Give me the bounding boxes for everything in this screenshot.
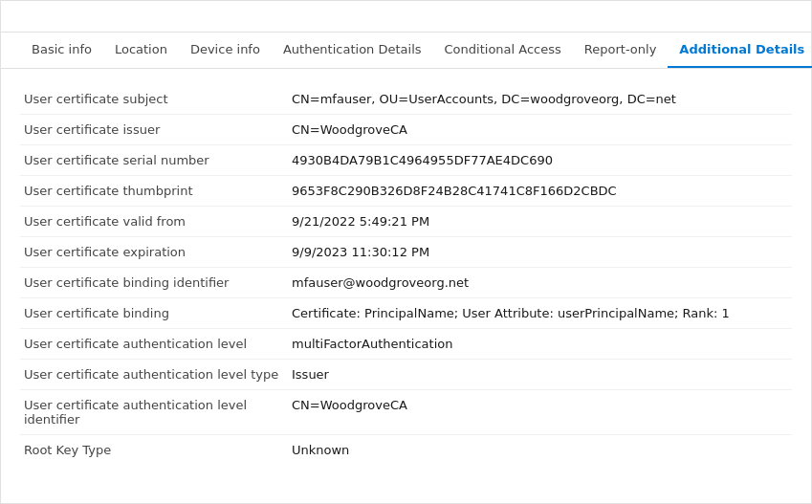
row-label: User certificate serial number bbox=[20, 145, 288, 176]
row-value: 9/9/2023 11:30:12 PM bbox=[288, 237, 792, 268]
row-value: CN=WoodgroveCA bbox=[288, 390, 792, 435]
close-button[interactable] bbox=[780, 16, 792, 20]
row-value: Issuer bbox=[288, 360, 792, 390]
tabs-bar: Basic infoLocationDevice infoAuthenticat… bbox=[1, 33, 811, 69]
activity-details-dialog: Basic infoLocationDevice infoAuthenticat… bbox=[0, 0, 812, 504]
tab-location[interactable]: Location bbox=[103, 33, 179, 68]
row-label: Root Key Type bbox=[20, 435, 288, 466]
table-row: User certificate subjectCN=mfauser, OU=U… bbox=[20, 84, 792, 115]
dialog-header bbox=[1, 1, 811, 33]
tab-conditional-access[interactable]: Conditional Access bbox=[433, 33, 573, 68]
table-row: User certificate expiration9/9/2023 11:3… bbox=[20, 237, 792, 268]
row-value: mfauser@woodgroveorg.net bbox=[288, 268, 792, 298]
row-value: multiFactorAuthentication bbox=[288, 329, 792, 360]
table-row: Root Key TypeUnknown bbox=[20, 435, 792, 466]
row-value: CN=WoodgroveCA bbox=[288, 115, 792, 145]
row-value: 9/21/2022 5:49:21 PM bbox=[288, 207, 792, 237]
row-label: User certificate subject bbox=[20, 84, 288, 115]
table-row: User certificate binding identifiermfaus… bbox=[20, 268, 792, 298]
table-row: User certificate authentication levelmul… bbox=[20, 329, 792, 360]
tab-additional-details[interactable]: Additional Details bbox=[668, 33, 812, 68]
row-value: CN=mfauser, OU=UserAccounts, DC=woodgrov… bbox=[288, 84, 792, 115]
table-row: User certificate authentication level id… bbox=[20, 390, 792, 435]
content-area: User certificate subjectCN=mfauser, OU=U… bbox=[1, 69, 811, 503]
row-label: User certificate binding bbox=[20, 298, 288, 329]
table-row: User certificate issuerCN=WoodgroveCA bbox=[20, 115, 792, 145]
details-table: User certificate subjectCN=mfauser, OU=U… bbox=[20, 84, 792, 465]
table-row: User certificate valid from9/21/2022 5:4… bbox=[20, 207, 792, 237]
row-label: User certificate authentication level bbox=[20, 329, 288, 360]
row-label: User certificate issuer bbox=[20, 115, 288, 145]
row-label: User certificate authentication level id… bbox=[20, 390, 288, 435]
row-value: Unknown bbox=[288, 435, 792, 466]
table-row: User certificate thumbprint9653F8C290B32… bbox=[20, 176, 792, 207]
row-label: User certificate authentication level ty… bbox=[20, 360, 288, 390]
row-value: 9653F8C290B326D8F24B28C41741C8F166D2CBDC bbox=[288, 176, 792, 207]
row-label: User certificate binding identifier bbox=[20, 268, 288, 298]
tab-basic-info[interactable]: Basic info bbox=[20, 33, 103, 68]
row-value: 4930B4DA79B1C4964955DF77AE4DC690 bbox=[288, 145, 792, 176]
row-label: User certificate expiration bbox=[20, 237, 288, 268]
tab-device-info[interactable]: Device info bbox=[179, 33, 272, 68]
table-row: User certificate bindingCertificate: Pri… bbox=[20, 298, 792, 329]
table-row: User certificate authentication level ty… bbox=[20, 360, 792, 390]
table-row: User certificate serial number4930B4DA79… bbox=[20, 145, 792, 176]
tab-report-only[interactable]: Report-only bbox=[573, 33, 669, 68]
row-value: Certificate: PrincipalName; User Attribu… bbox=[288, 298, 792, 329]
row-label: User certificate valid from bbox=[20, 207, 288, 237]
tab-authentication-details[interactable]: Authentication Details bbox=[272, 33, 433, 68]
row-label: User certificate thumbprint bbox=[20, 176, 288, 207]
